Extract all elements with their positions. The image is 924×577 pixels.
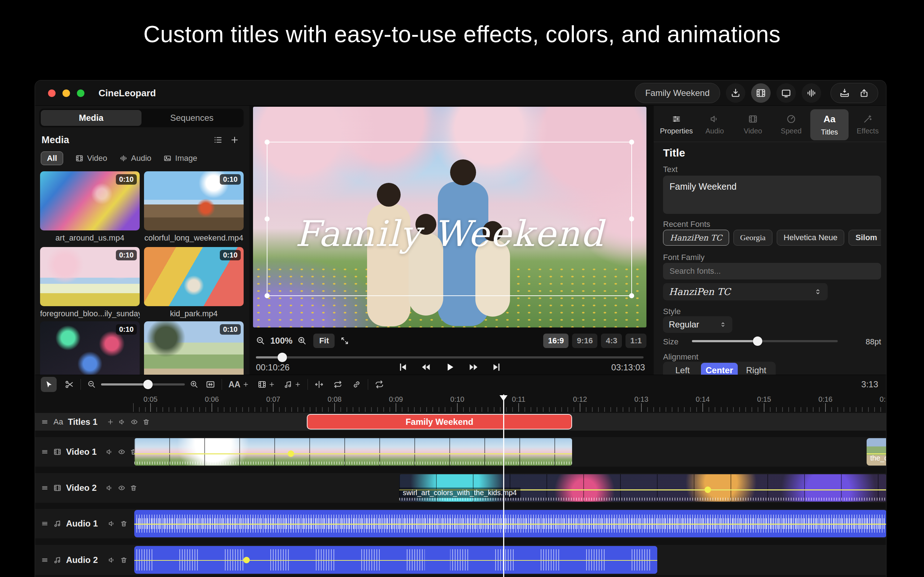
audio-view-button[interactable] [802,83,821,103]
tab-effects[interactable]: Effects [848,109,887,140]
trash-icon[interactable] [120,556,128,564]
aspect-9-16-button[interactable]: 9:16 [572,334,597,348]
fit-button[interactable]: Fit [313,334,334,348]
zoom-window-button[interactable] [77,89,84,97]
timeline-zoom-in-icon[interactable] [190,380,199,389]
tab-titles[interactable]: AaTitles [810,109,848,140]
filter-all[interactable]: All [41,152,63,165]
timeline-ruler[interactable]: 0:05 0:06 0:07 0:08 0:09 0:10 0:11 0:12 … [133,394,887,412]
grip-icon[interactable] [41,418,49,426]
style-select[interactable]: Regular [663,316,732,333]
media-view-button[interactable] [751,83,771,103]
size-slider[interactable] [692,337,838,346]
grip-icon[interactable] [41,556,49,564]
timeline-zoom-slider[interactable] [101,380,185,389]
swap-icon[interactable] [333,380,342,389]
tab-speed[interactable]: Speed [772,109,810,140]
eye-icon[interactable] [131,418,138,425]
zoom-in-icon[interactable] [297,336,307,345]
eye-icon[interactable] [118,484,125,492]
filter-video[interactable]: Video [76,154,107,163]
timeline-zoom-out-icon[interactable] [87,380,96,389]
aspect-16-9-button[interactable]: 16:9 [543,334,569,348]
tab-properties[interactable]: Properties [657,109,696,140]
project-name-button[interactable]: Family Weekend [635,83,720,103]
select-tool-button[interactable] [41,377,57,392]
add-title-button[interactable]: AA [228,380,249,390]
play-icon[interactable] [444,361,456,373]
font-chip-hanzipen[interactable]: HanziPen TC [663,230,729,246]
trash-icon[interactable] [130,484,137,492]
font-search-input[interactable] [663,263,881,279]
font-chip-georgia[interactable]: Georgia [733,230,772,246]
title-text-input[interactable]: Family Weekend [663,176,881,214]
cut-tool-button[interactable] [65,380,74,389]
zoom-out-icon[interactable] [256,336,265,345]
aspect-1-1-button[interactable]: 1:1 [625,334,646,348]
scrubber-knob[interactable] [278,353,287,362]
skip-forward-icon[interactable] [491,362,502,372]
trash-icon[interactable] [142,418,150,425]
display-view-button[interactable] [776,83,796,103]
media-item-thumbnail[interactable]: 0:10 [40,171,140,230]
trash-icon[interactable] [120,520,128,527]
video-preview[interactable]: Family Weekend [253,107,646,327]
title-clip[interactable]: Family Weekend [307,414,572,429]
expand-icon[interactable] [340,337,349,345]
keyframe-dot[interactable] [243,557,250,563]
close-window-button[interactable] [48,89,56,97]
resize-handle[interactable] [629,293,634,298]
media-item-thumbnail[interactable]: 0:10 [144,171,244,230]
minimize-window-button[interactable] [63,89,70,97]
list-icon[interactable] [213,135,223,145]
rewind-icon[interactable] [420,362,431,372]
media-item-thumbnail[interactable]: 0:10 [40,321,140,380]
import-tray-icon[interactable] [840,88,850,98]
add-icon[interactable] [107,418,114,425]
tab-audio[interactable]: Audio [696,109,734,140]
mute-icon[interactable] [108,556,115,564]
download-button[interactable] [726,83,745,103]
tab-media[interactable]: Media [41,110,142,126]
media-item-thumbnail[interactable]: 0:10 [40,247,140,306]
skip-back-icon[interactable] [397,362,408,372]
keyframe-dot[interactable] [704,487,711,493]
add-audio-button[interactable] [284,380,301,389]
link-icon[interactable] [352,380,361,389]
grip-icon[interactable] [41,484,49,492]
fit-width-icon[interactable] [206,380,215,389]
playhead-handle[interactable] [499,395,507,401]
grip-icon[interactable] [41,520,49,528]
playhead-line[interactable] [503,395,504,577]
font-family-select[interactable]: HanziPen TC [663,283,828,300]
media-item-thumbnail[interactable]: 0:10 [144,321,244,380]
video-clip-truncated[interactable]: the_ca [867,438,887,466]
media-item-thumbnail[interactable]: 0:10 [144,247,244,306]
fast-forward-icon[interactable] [468,362,479,372]
font-chip-helvetica[interactable]: Helvetica Neue [777,230,844,246]
size-slider-knob[interactable] [753,337,762,346]
timeline-zoom-knob[interactable] [143,380,153,389]
audio-clip[interactable] [134,510,887,537]
loop-icon[interactable] [375,380,384,389]
mute-icon[interactable] [119,418,126,425]
share-icon[interactable] [859,88,869,98]
aspect-4-3-button[interactable]: 4:3 [601,334,622,348]
add-media-icon[interactable] [230,135,239,145]
keyframe-dot[interactable] [288,450,294,457]
video-clip[interactable]: swirl_art_colors_with_the_kids.mp4 [399,474,887,501]
tab-sequences[interactable]: Sequences [142,110,242,126]
trim-icon[interactable] [314,380,324,389]
video-clip[interactable] [134,438,572,466]
font-chip-silom[interactable]: Silom [848,230,881,246]
mute-icon[interactable] [108,520,115,527]
mute-icon[interactable] [106,448,113,456]
audio-clip[interactable] [134,546,657,574]
tab-video[interactable]: Video [734,109,772,140]
resize-handle[interactable] [629,216,634,221]
resize-handle[interactable] [265,216,270,221]
eye-icon[interactable] [118,448,125,456]
title-selection-box[interactable] [267,142,632,296]
resize-handle[interactable] [629,140,634,145]
resize-handle[interactable] [265,293,270,298]
